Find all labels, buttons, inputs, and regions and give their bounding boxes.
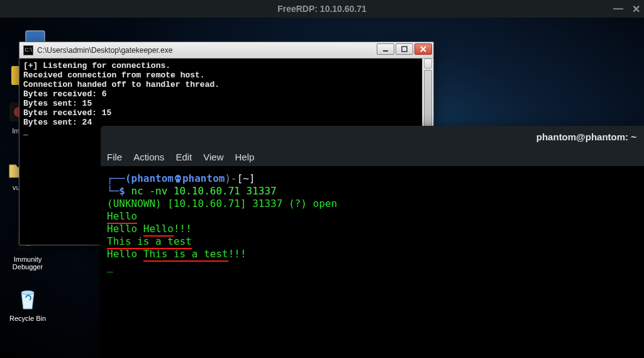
terminal-line: _ — [107, 260, 638, 273]
terminal-text: (UNKNOWN) [10.10.60.71] 31337 (?) open — [107, 198, 337, 210]
ps1-host: phantom — [182, 172, 225, 184]
ps1-line1: ┌──(phantomphantom)-[~] — [107, 172, 638, 185]
menu-file[interactable]: File — [107, 152, 122, 162]
terminal-title-text: phantom@phantom: ~ — [536, 131, 636, 142]
ps1-user: phantom — [131, 172, 174, 184]
scroll-up-button[interactable] — [424, 59, 432, 69]
desktop-icon-recycle-bin[interactable]: Recycle Bin — [4, 287, 52, 322]
close-button[interactable] — [414, 43, 432, 55]
terminal-text: Hello — [107, 223, 143, 235]
terminal-line: Hello — [107, 210, 638, 223]
svg-point-13 — [179, 177, 180, 179]
terminal-text: _ — [107, 260, 113, 272]
host-titlebar: FreeRDP: 10.10.60.71 — ✕ — [0, 0, 644, 18]
minimize-button[interactable] — [377, 43, 394, 55]
terminal-text: Hello — [107, 248, 143, 260]
ps1-line2: └─$ nc -nv 10.10.60.71 31337 — [107, 185, 638, 198]
terminal-line: Hello This is a test!!! — [107, 248, 638, 260]
terminal-text: !!! — [228, 248, 247, 260]
svg-rect-11 — [176, 181, 180, 182]
ps1-close: )- — [225, 172, 236, 184]
svg-point-10 — [175, 175, 181, 181]
desktop-icon-label: Immunity Debugger — [4, 255, 52, 271]
window-titlebar[interactable]: C:\ C:\Users\admin\Desktop\gatekeeper.ex… — [19, 42, 433, 59]
svg-point-7 — [21, 291, 34, 294]
terminal-menubar: File Actions Edit View Help — [101, 147, 644, 166]
skull-icon — [174, 174, 182, 182]
host-title-text: FreeRDP: 10.10.60.71 — [277, 4, 367, 14]
terminal-line: Hello Hello!!! — [107, 223, 638, 235]
menu-help[interactable]: Help — [235, 152, 254, 162]
terminal-line: This is a test — [107, 235, 638, 248]
terminal-text: Hello — [143, 223, 174, 237]
terminal-window[interactable]: phantom@phantom: ~ File Actions Edit Vie… — [101, 126, 644, 358]
terminal-text: This is a test — [143, 248, 228, 262]
svg-rect-9 — [402, 47, 407, 52]
host-close-button[interactable]: ✕ — [632, 3, 640, 15]
ps1-cwd: [~] — [237, 172, 255, 184]
maximize-button[interactable] — [396, 43, 413, 55]
terminal-output: (UNKNOWN) [10.10.60.71] 31337 (?) openHe… — [107, 198, 638, 273]
terminal-line: (UNKNOWN) [10.10.60.71] 31337 (?) open — [107, 198, 638, 210]
terminal-body[interactable]: ┌──(phantomphantom)-[~] └─$ nc -nv 10.10… — [101, 166, 644, 358]
desktop-icon-label: Recycle Bin — [4, 315, 52, 322]
terminal-text: Hello — [107, 210, 137, 224]
terminal-titlebar[interactable]: phantom@phantom: ~ — [101, 126, 644, 147]
ps1-prompt: $ — [119, 185, 125, 197]
menu-actions[interactable]: Actions — [133, 152, 164, 162]
terminal-text: This is a test — [107, 235, 192, 249]
ps1-branch: └─ — [107, 185, 119, 197]
ps1-open: ┌──( — [107, 172, 131, 184]
host-minimize-button[interactable]: — — [613, 3, 623, 14]
menu-view[interactable]: View — [203, 152, 223, 162]
terminal-text: !!! — [174, 223, 192, 235]
svg-point-12 — [176, 177, 178, 179]
scroll-thumb[interactable] — [424, 70, 432, 126]
recycle-bin-icon — [15, 287, 40, 312]
window-title-text: C:\Users\admin\Desktop\gatekeeper.exe — [37, 46, 172, 55]
menu-edit[interactable]: Edit — [175, 152, 192, 162]
cmd-icon: C:\ — [23, 45, 33, 55]
command-text: nc -nv 10.10.60.71 31337 — [131, 185, 277, 197]
